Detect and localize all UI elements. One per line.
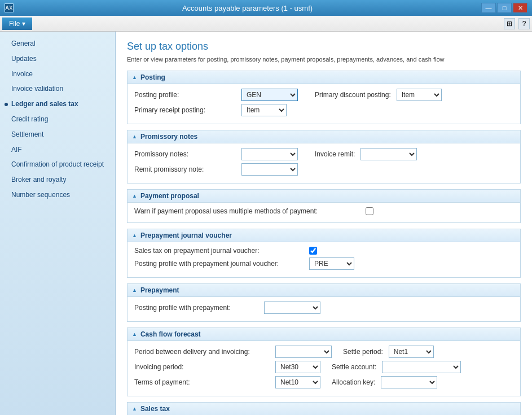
posting-profile-with-prepayment-label: Posting profile with prepayment: — [134, 304, 258, 312]
terms-payment-row: Terms of payment: Net10 Allocation key: — [134, 376, 513, 388]
terms-payment-select[interactable]: Net10 — [275, 376, 320, 388]
promissory-notes-label: Promissory notes: — [134, 150, 236, 158]
invoice-remit-select[interactable] — [360, 148, 417, 160]
file-menu-arrow: ▾ — [22, 20, 25, 28]
settle-account-label: Settle account: — [332, 363, 376, 371]
content-area: Set up tax options Enter or view paramet… — [116, 32, 532, 415]
sidebar-item-broker-royalty[interactable]: Broker and royalty — [0, 172, 115, 187]
promissory-section: Promissory notes Promissory notes: Invoi… — [127, 130, 521, 184]
posting-profile-with-prepayment-select[interactable] — [264, 302, 320, 314]
sidebar-item-confirmation[interactable]: Confirmation of product receipt — [0, 157, 115, 172]
sidebar-item-ledger-sales-tax[interactable]: Ledger and sales tax — [0, 97, 115, 112]
remit-promissory-select[interactable] — [241, 163, 298, 176]
sidebar-item-credit-rating[interactable]: Credit rating — [0, 112, 115, 127]
invoice-remit-label: Invoice remit: — [315, 150, 355, 158]
prepayment-journal-title: Prepayment journal voucher — [140, 231, 232, 239]
posting-section: Posting Posting profile: GEN Primary dis… — [127, 71, 521, 124]
prepayment-journal-body: Sales tax on prepayment journal voucher:… — [127, 242, 520, 277]
posting-section-body: Posting profile: GEN Primary discount po… — [127, 84, 520, 124]
file-menu-button[interactable]: File ▾ — [2, 18, 32, 30]
sales-tax-prepayment-row: Sales tax on prepayment journal voucher: — [134, 247, 513, 255]
remit-promissory-label: Remit promissory note: — [134, 165, 236, 173]
promissory-section-header: Promissory notes — [127, 130, 520, 143]
menu-bar-icons: ⊞ ? — [504, 18, 530, 29]
payment-proposal-section: Payment proposal Warn if payment proposa… — [127, 189, 521, 223]
settle-period-select[interactable]: Net1 — [389, 346, 434, 358]
sales-tax-title: Sales tax — [140, 405, 170, 413]
prepayment-header: Prepayment — [127, 284, 520, 297]
cash-flow-body: Period between delivery and invoicing: S… — [127, 341, 520, 396]
sidebar-item-number-sequences[interactable]: Number sequences — [0, 187, 115, 203]
sales-tax-prepayment-label: Sales tax on prepayment journal voucher: — [134, 247, 304, 255]
posting-profile-prepayment-row: Posting profile with prepayment journal … — [134, 257, 513, 270]
posting-profile-prepayment-select[interactable]: PRE — [309, 257, 354, 270]
view-icon[interactable]: ⊞ — [504, 18, 515, 29]
primary-receipt-row: Primary receipt posting: Item — [134, 104, 513, 116]
allocation-key-select[interactable] — [381, 376, 437, 388]
window-title: Accounts payable parameters (1 - usmf) — [14, 4, 481, 12]
payment-proposal-body: Warn if payment proposal uses multiple m… — [127, 203, 520, 222]
active-indicator — [5, 103, 8, 106]
promissory-section-body: Promissory notes: Invoice remit: Remit p… — [127, 143, 520, 183]
primary-receipt-select[interactable]: Item — [241, 104, 287, 116]
sidebar-item-invoice-validation[interactable]: Invoice validation — [0, 81, 115, 97]
settle-period-label: Settle period: — [343, 348, 383, 356]
posting-profile-row: Posting profile: GEN Primary discount po… — [134, 89, 513, 101]
remit-promissory-row: Remit promissory note: — [134, 163, 513, 176]
sales-tax-prepayment-checkbox[interactable] — [309, 247, 317, 255]
terms-payment-label: Terms of payment: — [134, 378, 270, 386]
primary-receipt-label: Primary receipt posting: — [134, 106, 236, 114]
sidebar-item-general[interactable]: General — [0, 36, 115, 51]
payment-proposal-header: Payment proposal — [127, 190, 520, 203]
sidebar-item-settlement[interactable]: Settlement — [0, 127, 115, 142]
cash-flow-section: Cash flow forecast Period between delive… — [127, 327, 521, 396]
posting-section-title: Posting — [140, 73, 165, 81]
prepayment-journal-header: Prepayment journal voucher — [127, 229, 520, 242]
primary-discount-select[interactable]: Item — [397, 89, 442, 101]
invoicing-period-label: Invoicing period: — [134, 363, 270, 371]
invoicing-period-select[interactable]: Net30 — [275, 361, 320, 373]
sales-tax-section: Sales tax Time of sales tax posting: Inv… — [127, 402, 521, 415]
app-icon: AX — [5, 3, 14, 12]
sidebar-item-updates[interactable]: Updates — [0, 51, 115, 67]
period-delivery-select[interactable] — [275, 346, 332, 358]
window-controls: — □ ✕ — [481, 3, 527, 13]
posting-section-header: Posting — [127, 71, 520, 84]
warn-payment-label: Warn if payment proposal uses multiple m… — [134, 207, 360, 215]
prepayment-section: Prepayment Posting profile with prepayme… — [127, 283, 521, 322]
posting-profile-prepayment-label: Posting profile with prepayment journal … — [134, 260, 304, 268]
payment-proposal-title: Payment proposal — [140, 192, 199, 200]
help-icon[interactable]: ? — [518, 18, 530, 29]
close-button[interactable]: ✕ — [513, 3, 527, 13]
title-bar-left: AX — [5, 3, 14, 12]
sidebar-item-invoice[interactable]: Invoice — [0, 67, 115, 82]
period-delivery-row: Period between delivery and invoicing: S… — [134, 346, 513, 358]
page-description: Enter or view parameters for posting, pr… — [127, 56, 521, 63]
posting-profile-label: Posting profile: — [134, 91, 236, 99]
prepayment-journal-section: Prepayment journal voucher Sales tax on … — [127, 229, 521, 278]
minimize-button[interactable]: — — [481, 3, 496, 13]
prepayment-title: Prepayment — [140, 286, 179, 294]
sidebar-item-aif[interactable]: AIF — [0, 142, 115, 158]
warn-payment-checkbox[interactable] — [366, 207, 373, 215]
period-delivery-label: Period between delivery and invoicing: — [134, 348, 270, 356]
warn-payment-row: Warn if payment proposal uses multiple m… — [134, 207, 513, 215]
main-container: General Updates Invoice Invoice validati… — [0, 32, 532, 415]
posting-profile-with-prepayment-row: Posting profile with prepayment: — [134, 302, 513, 314]
cash-flow-title: Cash flow forecast — [140, 330, 201, 338]
sidebar-item-ledger-label: Ledger and sales tax — [11, 99, 78, 109]
maximize-button[interactable]: □ — [497, 3, 512, 13]
sidebar: General Updates Invoice Invoice validati… — [0, 32, 116, 415]
invoicing-period-row: Invoicing period: Net30 Settle account: — [134, 361, 513, 373]
title-bar: AX Accounts payable parameters (1 - usmf… — [0, 0, 532, 16]
settle-account-select[interactable] — [382, 361, 461, 373]
cash-flow-header: Cash flow forecast — [127, 328, 520, 341]
menu-bar: File ▾ ⊞ ? — [0, 16, 532, 32]
promissory-notes-row: Promissory notes: Invoice remit: — [134, 148, 513, 160]
posting-profile-select[interactable]: GEN — [241, 89, 298, 101]
allocation-key-label: Allocation key: — [332, 378, 375, 386]
promissory-section-title: Promissory notes — [140, 133, 197, 141]
prepayment-body: Posting profile with prepayment: — [127, 297, 520, 321]
primary-discount-label: Primary discount posting: — [315, 91, 391, 99]
promissory-notes-select[interactable] — [241, 148, 298, 160]
